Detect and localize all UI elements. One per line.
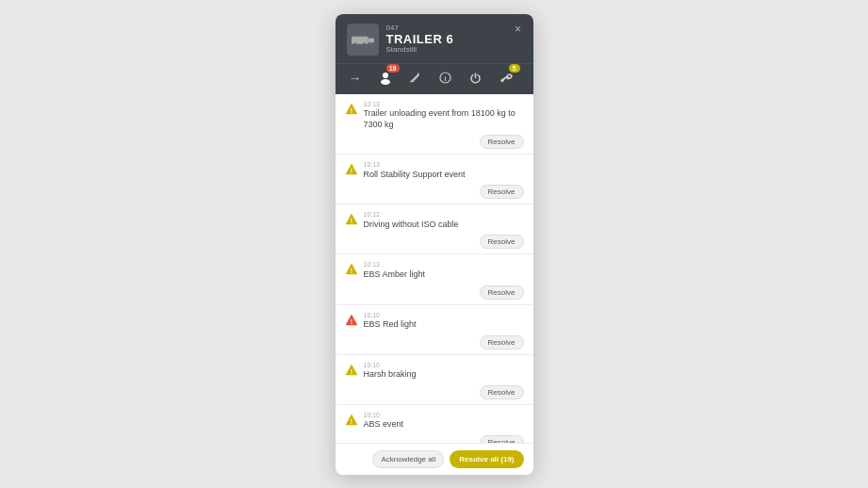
alert-info: 10:10 ABS event [364,412,524,431]
alert-severity-icon: ! [345,162,358,179]
svg-point-3 [363,42,366,45]
alert-item: ! 10:13 Roll Stability Support event Res… [336,155,533,204]
key-badge: 5 [509,64,520,73]
arrow-icon[interactable]: → [345,68,366,89]
resolve-button[interactable]: Resolve [480,335,524,350]
resolve-all-button[interactable]: Resolve all (19) [450,450,523,468]
alert-info: 10:13 EBS Amber light [364,261,524,280]
svg-text:!: ! [350,218,352,224]
alert-info: 10:13 Trailer unloading event from 18100… [364,101,524,131]
close-button[interactable]: × [511,22,526,37]
resolve-button[interactable]: Resolve [480,285,524,300]
header-text-group: 047 TRAILER 6 Standstill [386,24,454,55]
alert-text: Driving without ISO cable [364,220,524,231]
alert-time: 10:10 [364,412,524,419]
alert-text: EBS Amber light [364,269,524,281]
alert-list: ! 10:13 Trailer unloading event from 181… [336,94,533,443]
info-icon[interactable]: i [435,68,456,89]
alert-item: ! 10:12 Driving without ISO cable Resolv… [336,204,533,254]
modal-header: 047 TRAILER 6 Standstill × [336,14,533,63]
alert-severity-icon: ! [345,102,358,119]
alert-info: 10:12 Driving without ISO cable [364,211,524,230]
alert-severity-icon: ! [345,212,358,229]
svg-text:i: i [445,75,447,82]
alert-text: ABS event [364,419,524,431]
svg-rect-0 [352,36,368,43]
resolve-button[interactable]: Resolve [480,235,524,249]
alert-item: ! 10:10 Harsh braking Resolve [336,355,533,405]
svg-point-2 [353,42,356,45]
alert-severity-icon: ! [345,363,358,380]
svg-point-10 [508,75,510,77]
alert-time: 10:10 [364,312,524,319]
svg-point-6 [381,79,390,85]
alert-info: 10:10 EBS Red light [364,312,524,331]
resolve-button[interactable]: Resolve [480,385,524,399]
alert-item: ! 10:13 EBS Amber light Resolve [336,254,533,304]
alert-info: 10:10 Harsh braking [364,362,524,381]
avatar [347,24,379,56]
key-icon[interactable]: 5 [496,68,516,89]
alert-time: 10:13 [364,261,524,268]
svg-text:!: ! [350,417,352,424]
wrench-icon[interactable] [405,68,426,89]
alert-item: ! 10:10 ABS event Resolve [336,405,533,443]
alert-severity-icon: ! [345,313,358,330]
person-icon[interactable]: 19 [375,68,396,89]
svg-rect-1 [368,38,373,42]
resolve-button[interactable]: Resolve [480,435,524,443]
trailer-title: TRAILER 6 [386,32,454,47]
modal-footer: Acknowledge all Resolve all (19) [336,443,533,475]
alert-time: 10:12 [364,211,524,219]
alert-severity-icon: ! [345,413,358,430]
svg-text:!: ! [350,168,352,174]
svg-text:!: ! [350,106,352,113]
alert-text: Trailer unloading event from 18100 kg to… [364,108,524,130]
alert-info: 10:13 Roll Stability Support event [364,161,524,180]
acknowledge-all-button[interactable]: Acknowledge all [372,450,444,468]
resolve-button[interactable]: Resolve [480,135,524,149]
alert-item: ! 10:10 EBS Red light Resolve [336,305,533,355]
alert-text: EBS Red light [364,319,524,331]
alert-time: 10:13 [364,161,524,169]
alert-text: Roll Stability Support event [364,170,524,181]
modal-toolbar: → 19 i [336,63,533,94]
alert-time: 10:13 [364,101,524,108]
alert-time: 10:10 [364,362,524,369]
svg-point-5 [383,73,388,78]
resolve-button[interactable]: Resolve [480,185,524,199]
alert-text: Harsh braking [364,369,524,381]
modal-panel: 047 TRAILER 6 Standstill × → 19 i [336,14,533,475]
svg-text:!: ! [350,367,352,374]
trailer-status: Standstill [386,46,454,54]
power-icon[interactable] [466,68,486,89]
svg-text:!: ! [350,317,352,324]
alert-item: ! 10:13 Trailer unloading event from 181… [336,94,533,155]
alert-severity-icon: ! [345,262,358,279]
trailer-id: 047 [386,24,454,32]
svg-point-4 [369,42,372,45]
person-badge: 19 [386,64,400,73]
svg-text:!: ! [350,268,352,274]
